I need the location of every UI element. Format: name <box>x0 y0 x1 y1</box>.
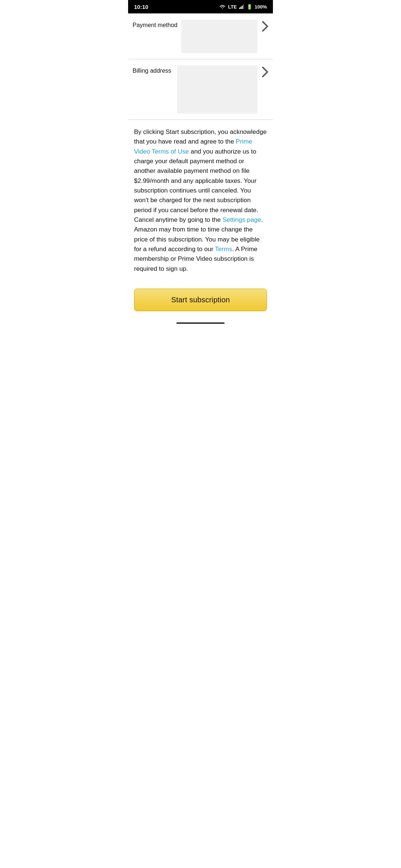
battery-icon: 🔋 <box>247 4 252 10</box>
start-subscription-button[interactable]: Start subscription <box>134 289 267 311</box>
chevron-right-icon-billing <box>262 67 268 77</box>
payment-method-chevron <box>257 20 268 32</box>
payment-method-label: Payment method <box>133 20 181 29</box>
billing-address-label: Billing address <box>133 65 177 75</box>
status-time: 10:10 <box>134 4 148 10</box>
legal-text: By clicking Start subscription, you ackn… <box>128 120 273 283</box>
legal-middle: and you authorize us to charge your defa… <box>134 148 258 223</box>
svg-rect-2 <box>242 6 243 9</box>
terms-link[interactable]: Terms <box>215 246 232 253</box>
home-bar <box>176 322 225 324</box>
battery-percent: 100% <box>255 4 267 10</box>
svg-rect-0 <box>239 8 240 9</box>
chevron-right-icon <box>262 21 268 32</box>
payment-method-row[interactable]: Payment method <box>128 14 273 59</box>
signal-icon <box>239 4 244 9</box>
billing-address-row[interactable]: Billing address <box>128 59 273 119</box>
billing-address-content <box>177 65 257 114</box>
svg-rect-1 <box>240 7 241 9</box>
billing-address-chevron <box>257 65 268 77</box>
lte-label: LTE <box>228 4 237 10</box>
wifi-icon <box>219 4 226 9</box>
settings-page-link[interactable]: Settings page <box>222 216 261 223</box>
status-bar: 10:10 LTE 🔋 100% <box>128 0 273 13</box>
payment-method-content <box>181 20 257 53</box>
status-icons: LTE 🔋 100% <box>219 4 267 10</box>
home-indicator <box>128 319 273 326</box>
button-section: Start subscription <box>128 283 273 319</box>
svg-rect-3 <box>243 4 244 9</box>
subscription-table: Payment method Billing address <box>128 13 273 120</box>
